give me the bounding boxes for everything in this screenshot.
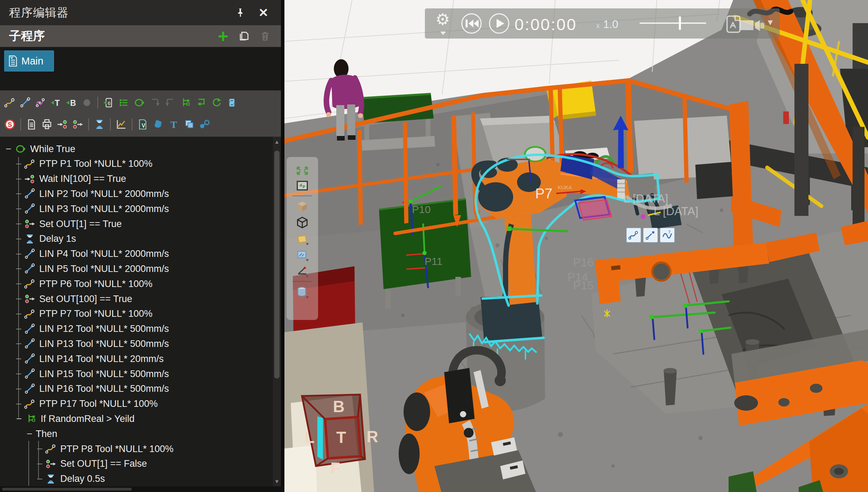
copy-pages-button[interactable] [181,117,197,131]
paste-after-button[interactable] [163,96,178,110]
lin-icon [24,368,36,380]
view-cube-small-button[interactable] [293,198,311,214]
record-video-icon[interactable] [753,19,765,32]
trace-chart-button[interactable] [113,117,129,131]
close-icon[interactable]: ✕ [257,6,270,19]
tree-item[interactable]: LIN P2 Tool *NULL* 2000mm/s [0,186,273,201]
lin-button[interactable] [18,96,33,110]
tree-item[interactable]: LIN P3 Tool *NULL* 2000mm/s [0,201,273,216]
collapse-toggle[interactable]: − [6,143,15,155]
delete-subprogram-button[interactable] [258,29,273,43]
scroll-down-arrow[interactable]: ▼ [273,478,281,484]
tree-item[interactable]: Wait IN[100] == True [0,172,273,186]
variable-file-button[interactable]: V [135,117,151,131]
tree-item[interactable]: LIN P16 Tool *NULL* 500mm/s [0,382,273,396]
spline-button[interactable] [33,96,48,110]
call-program-button[interactable]: 6 [101,96,116,110]
model-object-button[interactable] [151,117,166,131]
stop-button[interactable]: S [2,117,18,131]
scrollbar-thumb[interactable] [2,488,132,491]
tree-item[interactable]: LIN P12 Tool *NULL* 500mm/s [0,322,273,336]
text-label-button[interactable]: T [166,117,181,131]
wireframe-cube-button[interactable] [293,214,311,231]
set-icon [24,293,36,305]
set-tool-button[interactable]: T [48,96,64,110]
svg-text:S: S [8,121,12,128]
ptp-button[interactable] [2,96,18,110]
wp-ptp-button[interactable] [626,228,641,242]
scroll-up-arrow[interactable]: ▲ [273,139,281,145]
while-button[interactable] [132,96,147,110]
record-point-button[interactable] [79,96,95,110]
measure-button[interactable] [293,263,311,279]
tree-item[interactable]: PTP P17 Tool *NULL* 100% [0,397,273,411]
tree-connector-dash [16,374,21,374]
scrollbar-thumb[interactable] [274,151,280,378]
play-button[interactable] [489,13,509,34]
tree-item[interactable]: LIN P13 Tool *NULL* 500mm/s [0,336,273,351]
add-subprogram-button[interactable]: + [216,29,230,43]
ptp-icon [24,278,36,290]
fit-view-button[interactable] [293,161,311,177]
tree-item[interactable]: Delay 1s [0,232,273,246]
export-report-icon[interactable] [725,15,742,34]
tab-main[interactable]: Main [4,50,54,71]
tree-item[interactable]: Set OUT[1] == True [0,217,273,231]
wp-lin-button[interactable] [643,228,658,242]
tree-item[interactable]: Set OUT[1] == False [0,457,273,471]
breakpoint-button[interactable] [224,96,240,110]
copy-subprogram-button[interactable] [237,29,252,43]
frame-yellow-button[interactable] [293,231,311,247]
wait-icon [24,173,36,185]
point-label-p11: P11 [425,255,442,267]
tree-item[interactable]: LIN P5 Tool *NULL* 2000mm/s [0,261,273,276]
delay-button[interactable] [92,117,107,131]
paste-before-button[interactable] [147,96,163,110]
tree-item[interactable]: −If RandomReal > Yeild [0,411,273,426]
svg-text:7: 7 [668,230,670,235]
tree-item[interactable]: LIN P14 Tool *NULL* 20mm/s [0,351,273,366]
print-button[interactable] [39,117,55,131]
tree-vertical-scrollbar[interactable]: ▲ ▼ [273,137,281,486]
document-button[interactable] [24,117,39,131]
loop-block-button[interactable] [193,96,209,110]
tree-item[interactable]: LIN P4 Tool *NULL* 2000mm/s [0,247,273,261]
tree-item[interactable]: −While True [0,142,273,156]
ptp-icon [24,158,36,170]
tree-connector-dash [37,464,42,464]
tree-item[interactable]: LIN P15 Tool *NULL* 500mm/s [0,367,273,381]
collapse-toggle[interactable]: − [16,413,25,424]
zoom-window-button[interactable] [293,177,311,193]
collapse-toggle[interactable]: − [27,428,36,439]
tree-connector-dash [16,299,21,299]
tree-item[interactable]: Delay 0.5s [0,472,273,486]
more-options-arrow[interactable]: ▼ [766,18,774,27]
set-base-button[interactable]: B [64,96,79,110]
command-list-button[interactable] [116,96,132,110]
capture-image-icon[interactable] [740,20,753,30]
frame-blue-button[interactable] [293,247,311,263]
repeat-loop-button[interactable] [209,96,224,110]
set-button[interactable] [70,117,85,131]
rewind-button[interactable] [461,13,482,34]
tree-item[interactable]: PTP P6 Tool *NULL* 100% [0,276,273,291]
tree-horizontal-scrollbar[interactable] [0,486,284,492]
tree-item[interactable]: PTP P7 Tool *NULL* 100% [0,307,273,321]
if-button[interactable] [178,96,193,110]
speed-slider-handle[interactable] [679,16,681,30]
settings-dropdown-caret[interactable] [440,32,446,35]
lin-icon [24,323,36,335]
section-cylinder-button[interactable] [293,284,311,300]
link-points-button[interactable] [197,117,212,131]
tree-item[interactable]: −Then [0,426,273,441]
wp-spline-button[interactable]: 7 [660,228,675,242]
speed-slider-track[interactable] [640,22,706,24]
tree-item[interactable]: PTP P8 Tool *NULL* 100% [0,442,273,456]
delay-icon [45,473,57,485]
tree-item[interactable]: PTP P1 Tool *NULL* 100% [0,157,273,171]
simulation-settings-gear-icon[interactable]: ⚙ [435,10,450,29]
tree-item[interactable]: Set OUT[100] == True [0,292,273,306]
tree-item-label: LIN P15 Tool *NULL* 500mm/s [39,369,169,380]
pin-icon[interactable] [234,6,247,19]
wait-button[interactable] [55,117,70,131]
